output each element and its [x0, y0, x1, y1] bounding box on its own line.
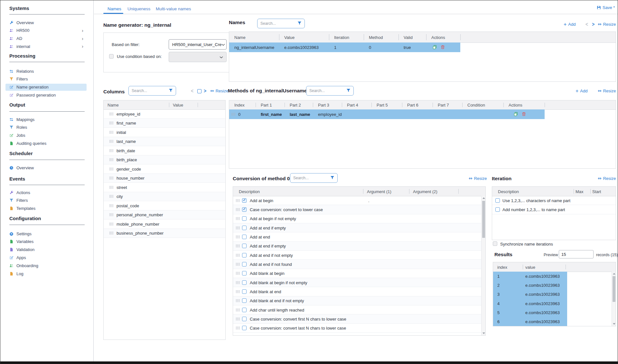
conversion-checkbox[interactable] [242, 308, 247, 312]
conversion-row[interactable]: Add at end if empty [233, 242, 481, 251]
conversion-checkbox[interactable] [242, 289, 247, 294]
conversion-row[interactable]: Add blank at begin if not empty [233, 278, 481, 287]
drag-handle[interactable] [236, 272, 240, 275]
scroll-up-icon[interactable] [482, 197, 485, 199]
drag-handle[interactable] [236, 199, 240, 202]
drag-handle[interactable] [109, 112, 113, 116]
conversion-checkbox[interactable] [242, 326, 247, 330]
drag-handle[interactable] [109, 222, 113, 226]
iteration-row[interactable]: Add number 1,2,3,... to name part [492, 205, 616, 214]
scrollbar-thumb[interactable] [613, 276, 615, 302]
drag-handle[interactable] [236, 317, 240, 321]
sidebar-item-mappings[interactable]: Mappings [5, 116, 87, 123]
drag-handle[interactable] [109, 149, 113, 152]
drag-handle[interactable] [109, 195, 113, 198]
drag-handle[interactable] [109, 167, 113, 171]
result-row[interactable]: 4e.combs10023963 [493, 299, 567, 308]
list-item[interactable]: birth_date [104, 146, 225, 155]
table-row[interactable]: ng_internalUsernamee.combs1002396310true [229, 42, 460, 52]
conversion-row[interactable]: Add at begin if not empty [233, 214, 481, 223]
drag-handle[interactable] [236, 254, 240, 257]
drag-handle[interactable] [236, 290, 240, 293]
columns-next-button[interactable]: > [204, 88, 206, 94]
drag-handle[interactable] [236, 208, 240, 211]
delete-icon[interactable] [441, 45, 445, 50]
result-row[interactable]: 2e.combs10023963 [493, 281, 567, 290]
condition-select[interactable] [169, 52, 227, 62]
result-row[interactable]: 6e.combs10023963 [493, 317, 567, 326]
drag-handle[interactable] [109, 186, 113, 189]
table-row[interactable]: 0first_namelast_nameemployee_id [229, 109, 545, 119]
tab-uniqueness[interactable]: Uniqueness [127, 6, 150, 11]
scroll-down-icon[interactable] [613, 323, 615, 325]
result-row[interactable]: 5e.combs10023963 [493, 308, 567, 317]
conversion-checkbox[interactable] [242, 216, 247, 221]
columns-page-button[interactable] [197, 89, 201, 93]
based-on-filter-select[interactable]: HR500_internal_User_Cre [169, 39, 227, 50]
drag-handle[interactable] [231, 113, 235, 116]
list-item[interactable]: street [104, 183, 225, 192]
conversion-row[interactable]: Add at begin. [233, 196, 481, 205]
list-item[interactable]: employee_id [104, 109, 225, 119]
list-item[interactable]: birth_place [104, 155, 225, 165]
conversion-checkbox[interactable] [242, 262, 247, 266]
drag-handle[interactable] [109, 213, 113, 216]
drag-handle[interactable] [109, 131, 113, 134]
list-item[interactable]: house_number [104, 174, 225, 183]
list-item[interactable]: initial [104, 128, 225, 137]
conversion-row[interactable]: Add at end if empty [233, 223, 481, 232]
list-item[interactable]: business_phone_number [104, 229, 225, 238]
drag-handle[interactable] [236, 217, 240, 220]
conversion-row[interactable]: Add blank at end if not empty [233, 296, 481, 305]
sidebar-item-settings[interactable]: Settings [5, 230, 87, 237]
list-item[interactable]: last_name [104, 137, 225, 146]
columns-resize-button[interactable]: ⇔Resize [210, 89, 228, 93]
drag-handle[interactable] [236, 244, 240, 247]
list-item[interactable]: first_name [104, 119, 225, 128]
preview-count-input[interactable] [559, 250, 594, 258]
sidebar-item-password-generation[interactable]: Password generation [5, 91, 87, 98]
conversion-row[interactable]: Add at end if not empty [233, 251, 481, 260]
drag-handle[interactable] [236, 281, 240, 284]
conversion-checkbox[interactable] [242, 253, 247, 257]
conversion-checkbox[interactable] [242, 226, 247, 230]
sidebar-item-ad[interactable]: AD› [5, 35, 87, 42]
scrollbar[interactable] [481, 196, 485, 335]
synchronize-iterations-checkbox[interactable] [493, 241, 497, 246]
sidebar-item-roles[interactable]: Roles [5, 124, 87, 131]
scroll-down-icon[interactable] [482, 332, 485, 334]
sidebar-item-auditing-queries[interactable]: Auditing queries [5, 140, 87, 147]
drag-handle[interactable] [236, 299, 240, 302]
names-search-input[interactable]: Search... [257, 19, 305, 28]
iteration-row[interactable]: Use 1,2,3,... characters of name part [492, 196, 616, 205]
names-next-button[interactable]: > [592, 21, 595, 27]
drag-handle[interactable] [236, 326, 240, 330]
conversion-row[interactable]: Add blank at end [233, 287, 481, 296]
drag-handle[interactable] [109, 176, 113, 180]
result-row[interactable]: 1e.combs10023963 [493, 272, 567, 281]
drag-handle[interactable] [109, 231, 113, 235]
sidebar-item-onboarding[interactable]: Onboarding [5, 262, 87, 269]
drag-handle[interactable] [236, 263, 240, 266]
list-item[interactable]: gender_code [104, 164, 225, 174]
use-condition-checkbox[interactable] [109, 54, 114, 59]
sidebar-item-jobs[interactable]: Jobs [5, 132, 87, 139]
conversion-resize-button[interactable]: ⇔Resize [469, 176, 487, 181]
drag-handle[interactable] [236, 235, 240, 238]
conversion-row[interactable]: Case conversion: convert first N chars t… [233, 314, 481, 323]
scrollbar[interactable] [612, 272, 616, 326]
sidebar-item-log[interactable]: Log [5, 270, 87, 277]
conversion-checkbox[interactable] [242, 207, 247, 212]
conversion-checkbox[interactable] [242, 198, 247, 203]
sidebar-item-templates[interactable]: Templates [5, 205, 87, 212]
drag-handle[interactable] [109, 121, 113, 125]
drag-handle[interactable] [236, 226, 240, 229]
iteration-checkbox[interactable] [495, 198, 500, 203]
columns-search-input[interactable]: Search... [128, 86, 176, 96]
list-item[interactable]: mobile_phone_number [104, 219, 225, 229]
scrollbar-thumb[interactable] [482, 201, 485, 238]
sidebar-item-filters[interactable]: Filters [5, 197, 87, 204]
conversion-row[interactable]: Add at end if not found [233, 260, 481, 269]
list-item[interactable]: city [104, 192, 225, 201]
sidebar-item-apps[interactable]: Apps [5, 254, 87, 261]
